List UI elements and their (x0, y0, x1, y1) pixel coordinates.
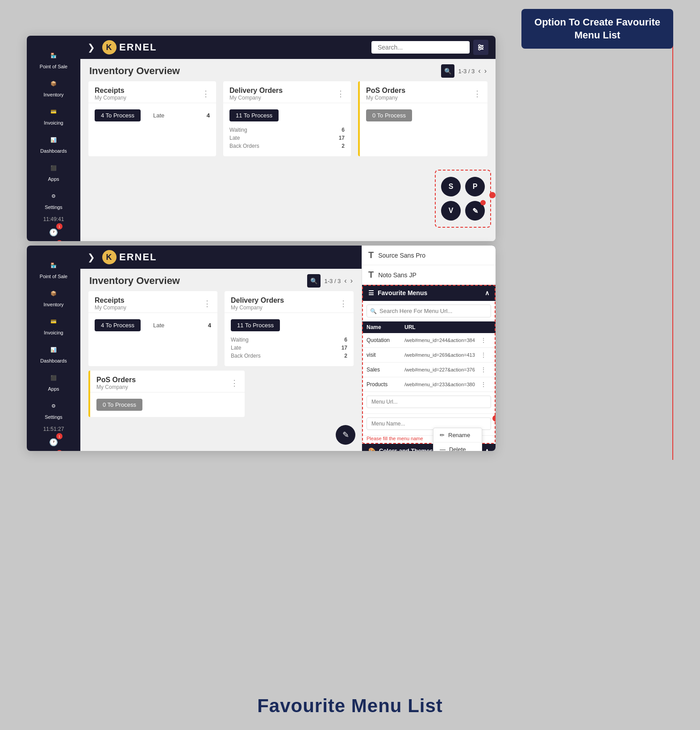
card-body-delivery-1: 11 To Process Waiting 6 Late 17 Back Ord… (223, 103, 351, 156)
fav-url-input-row (362, 392, 496, 414)
card-menu-pos-2[interactable]: ⋮ (230, 378, 238, 388)
process-btn-delivery-1[interactable]: 11 To Process (229, 109, 279, 121)
chat-badge-2: 1 (56, 450, 62, 451)
card-menu-delivery-2[interactable]: ⋮ (339, 299, 347, 309)
fav-panel: T Source Sans Pro T Noto Sans JP ☰ Favou… (362, 246, 496, 451)
font-icon-noto: T (368, 270, 374, 280)
fav-search-input[interactable] (367, 305, 491, 317)
page-title-1: Inventory Overview (89, 65, 180, 77)
card-inline-delivery-1: 11 To Process (229, 109, 345, 121)
late-label-receipts-1: Late (153, 112, 164, 119)
fav-menu-visit[interactable]: ⋮ (480, 351, 491, 359)
stat-value-waiting-1: 6 (342, 127, 345, 133)
stat-value-backorders-2: 2 (344, 353, 347, 359)
colors-collapse-icon[interactable]: ∧ (485, 447, 489, 451)
float-red-dot (489, 192, 496, 198)
stat-row-waiting-1: Waiting 6 (229, 126, 345, 134)
sidebar-item-apps-2[interactable]: ⬛ Apps (27, 367, 80, 395)
fav-menu-products[interactable]: ⋮ (480, 381, 491, 388)
topbar-toggle-1[interactable]: ❯ (88, 42, 95, 53)
svg-point-8 (481, 46, 483, 48)
topbar-toggle-2[interactable]: ❯ (88, 252, 95, 263)
process-btn-delivery-2[interactable]: 11 To Process (231, 319, 280, 331)
dashboards-icon-2: 📊 (46, 342, 61, 357)
sidebar-label-pos-1: Point of Sale (40, 64, 67, 69)
context-menu: ✏ Rename — Delete (433, 428, 482, 451)
fav-menus-header: ☰ Favourite Menus ∧ (362, 285, 496, 301)
fav-menu-sales[interactable]: ⋮ (480, 366, 491, 373)
invoicing-icon-2: 💳 (46, 314, 61, 329)
sidebar-item-invoicing-2[interactable]: 💳 Invoicing (27, 311, 80, 339)
sidebar-item-invoicing-1[interactable]: 💳 Invoicing (27, 101, 80, 129)
magnifier-btn-1[interactable]: 🔍 (441, 64, 454, 78)
process-btn-receipts-1[interactable]: 4 To Process (95, 109, 141, 121)
float-icon-p[interactable]: P (465, 177, 485, 196)
float-icon-v[interactable]: V (441, 201, 461, 221)
card-menu-pos-1[interactable]: ⋮ (473, 89, 481, 99)
font-label-source: Source Sans Pro (378, 252, 425, 259)
late-value-receipts-2: 4 (208, 322, 211, 329)
card-inline-receipts-2: 4 To Process Late 4 (95, 319, 211, 331)
magnifier-btn-2[interactable]: 🔍 (307, 274, 321, 288)
context-rename[interactable]: ✏ Rename (433, 428, 482, 442)
stat-value-backorders-1: 2 (342, 143, 345, 149)
float-icon-s[interactable]: S (441, 177, 461, 196)
sidebar-label-pos-2: Point of Sale (40, 274, 67, 279)
sidebar-label-dashboards-2: Dashboards (40, 358, 67, 363)
fab-btn-2[interactable]: ✎ (336, 425, 355, 445)
page-controls-1: 🔍 1-3 / 3 ‹ › (441, 64, 487, 78)
card-menu-receipts-2[interactable]: ⋮ (203, 299, 211, 309)
connector-line-2 (672, 254, 673, 460)
stat-row-backorders-2: Back Orders 2 (231, 352, 347, 360)
stat-label-waiting-1: Waiting (229, 127, 247, 133)
card-menu-delivery-1[interactable]: ⋮ (337, 89, 345, 99)
sidebar-item-settings-2[interactable]: ⚙ Settings (27, 395, 80, 423)
sidebar-item-dashboards-2[interactable]: 📊 Dashboards (27, 339, 80, 367)
search-settings-btn-1[interactable] (473, 40, 488, 55)
sidebar-item-dashboards-1[interactable]: 📊 Dashboards (27, 129, 80, 157)
menu-url-input[interactable] (367, 396, 491, 408)
sidebar-item-pos-1[interactable]: 🏪 Point of Sale (27, 45, 80, 73)
card-pos-2: PoS Orders My Company ⋮ 0 To Process (88, 371, 245, 417)
card-inline-delivery-2: 11 To Process (231, 319, 347, 331)
fav-menus-collapse-icon[interactable]: ∧ (485, 289, 489, 296)
topbar-logo-2: K ERNEL (102, 250, 157, 264)
fav-name-sales: Sales (367, 367, 404, 373)
prev-btn-2[interactable]: ‹ (344, 277, 346, 285)
fav-menu-quotation[interactable]: ⋮ (480, 337, 491, 344)
context-delete[interactable]: — Delete (433, 442, 482, 451)
card-company-delivery-2: My Company (231, 305, 284, 311)
font-item-noto[interactable]: T Noto Sans JP (362, 265, 496, 285)
next-btn-2[interactable]: › (350, 277, 353, 285)
logo-text-1: ERNEL (119, 42, 157, 53)
late-value-receipts-1: 4 (207, 112, 210, 119)
sidebar-item-apps-1[interactable]: ⬛ Apps (27, 157, 80, 185)
fav-url-products: /web#menu_id=233&action=380 (404, 382, 480, 387)
callout-box: Option To Create Favourite Menu List (521, 9, 673, 49)
card-company-receipts-2: My Company (95, 305, 126, 311)
clock-icon-1[interactable]: 🕐 1 (46, 225, 61, 239)
next-btn-1[interactable]: › (484, 67, 487, 75)
sidebar-item-settings-1[interactable]: ⚙ Settings (27, 185, 80, 213)
page-controls-2: 🔍 1-3 / 3 ‹ › (307, 274, 353, 288)
sidebar-item-inventory-1[interactable]: 📦 Inventory (27, 73, 80, 101)
stat-row-waiting-2: Waiting 6 (231, 336, 347, 344)
fav-url-visit: /web#menu_id=269&action=413 (404, 352, 480, 358)
search-input-1[interactable] (371, 41, 470, 54)
sidebar-item-inventory-2[interactable]: 📦 Inventory (27, 283, 80, 311)
prev-btn-1[interactable]: ‹ (478, 67, 480, 75)
card-header-delivery-2: Delivery Orders My Company ⋮ (225, 291, 354, 313)
screen2: 👤 🏪 Point of Sale 📦 Inventory 💳 Invoicin… (27, 246, 496, 451)
card-title-delivery-1: Delivery Orders (229, 87, 283, 95)
clock-icon-2[interactable]: 🕐 1 (46, 435, 61, 449)
process-btn-pos-2[interactable]: 0 To Process (96, 399, 142, 411)
process-btn-pos-1[interactable]: 0 To Process (366, 109, 412, 121)
sidebar-item-pos-2[interactable]: 🏪 Point of Sale (27, 254, 80, 283)
font-item-source[interactable]: T Source Sans Pro (362, 246, 496, 265)
sidebar-label-settings-1: Settings (45, 204, 62, 210)
fav-name-quotation: Quotation (367, 337, 404, 343)
topbar-search-1 (371, 40, 488, 55)
sidebar-label-inventory-2: Inventory (43, 302, 63, 307)
process-btn-receipts-2[interactable]: 4 To Process (95, 319, 141, 331)
card-menu-receipts-1[interactable]: ⋮ (202, 89, 210, 99)
